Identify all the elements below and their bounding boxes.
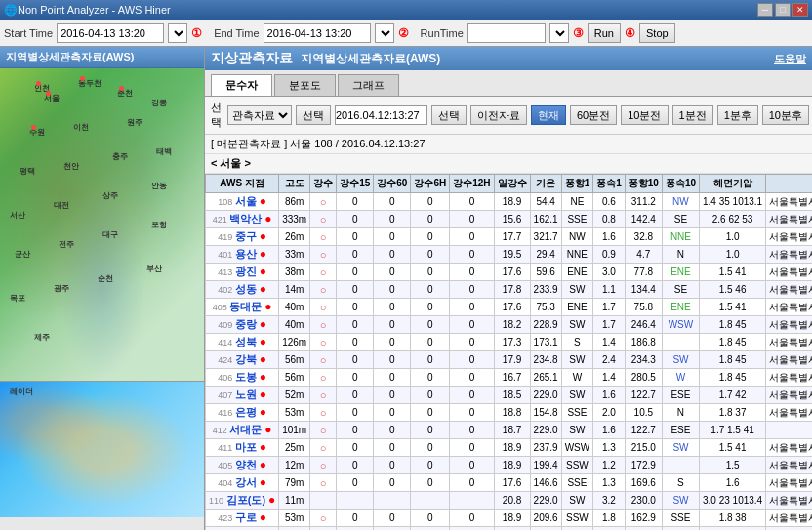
help-button[interactable]: 도움말 bbox=[774, 52, 806, 66]
radar-map[interactable]: 레이더 bbox=[0, 381, 205, 517]
cell-r6h: 0 bbox=[411, 316, 450, 334]
cell-ws1: 1.6 bbox=[593, 422, 626, 439]
cell-wd10: 215.0 bbox=[625, 439, 662, 457]
cell-ws1: 1.6 bbox=[593, 387, 626, 404]
cell-temp: 154.8 bbox=[530, 527, 561, 531]
cell-ws10: SSE bbox=[662, 510, 699, 527]
cell-wd10: 186.8 bbox=[625, 334, 662, 351]
cell-msl: 1.8 45 bbox=[700, 369, 766, 387]
cell-rain: ○ bbox=[310, 193, 337, 211]
data-type-select[interactable]: 관측자료 bbox=[227, 105, 292, 125]
cell-r15 bbox=[337, 492, 374, 510]
run-button[interactable]: Run bbox=[588, 23, 621, 43]
tab-graph[interactable]: 그래프 bbox=[338, 74, 399, 96]
table-row[interactable]: 414 성북 ●126m○000017.3173.1S1.4186.81.8 4… bbox=[206, 334, 813, 351]
table-container[interactable]: AWS 지점 고도 강수 강수15 강수60 강수6H 강수12H 일강수 기온… bbox=[205, 174, 812, 530]
table-row[interactable]: 412 서대문 ●101m○000018.7229.0SW1.6122.7ESE… bbox=[206, 422, 813, 439]
cell-wd1: SSE bbox=[561, 474, 593, 492]
minimize-button[interactable]: ─ bbox=[757, 3, 773, 17]
cell-ws1: 1.1 bbox=[593, 281, 626, 299]
cell-r15: 0 bbox=[337, 422, 374, 439]
table-row[interactable]: 401 용산 ●33m○000019.529.4NNE0.94.7N1.0서울특… bbox=[206, 246, 813, 264]
min10-forward-button[interactable]: 10분후 bbox=[762, 105, 809, 125]
table-row[interactable]: 417 금천 ●21m○000019.5154.8SSE0.877.4SSE0.… bbox=[206, 527, 813, 531]
cell-rain: ○ bbox=[310, 228, 337, 246]
cell-temp: 154.8 bbox=[530, 404, 561, 422]
cell-r6h: 0 bbox=[411, 246, 450, 264]
cell-daily: 16.7 bbox=[494, 369, 530, 387]
table-row[interactable]: 411 마포 ●25m○000018.9237.9WSW1.3215.0SW1.… bbox=[206, 439, 813, 457]
table-row[interactable]: 402 성동 ●14m○000017.8233.9SW1.1134.4SE1.5… bbox=[206, 281, 813, 299]
cell-location: 서울특별시 강북구 수유동 bbox=[766, 351, 812, 369]
cell-wd1: ENE bbox=[561, 299, 593, 316]
table-row[interactable]: 110 김포(도) ●11m20.8229.0SW3.2230.0SW3.0 2… bbox=[206, 492, 813, 510]
cell-aws-id: 423 구로 ● bbox=[206, 510, 279, 527]
section-header: 지역별상세관측자료(AWS) bbox=[0, 47, 204, 68]
min1-back-button[interactable]: 1분전 bbox=[672, 105, 713, 125]
cell-wd1: SW bbox=[561, 351, 593, 369]
min1-forward-button[interactable]: 1분후 bbox=[717, 105, 758, 125]
korea-map[interactable]: 서울 인천 동두천 춘천 수원 이천 원주 강릉 평택 천안 충주 태백 서산 … bbox=[0, 68, 205, 381]
table-row[interactable]: 406 도봉 ●56m○000016.7265.1W1.4280.5W1.8 4… bbox=[206, 369, 813, 387]
table-row[interactable]: 424 강북 ●56m○000017.9234.8SW2.4234.3SW1.8… bbox=[206, 351, 813, 369]
cell-r6h: 0 bbox=[411, 299, 450, 316]
cell-msl: 1.7 1.5 41 bbox=[700, 422, 766, 439]
cell-r60: 0 bbox=[374, 193, 411, 211]
panel-header: 지상관측자료 지역별상세관측자료(AWS) 도움말 bbox=[205, 47, 812, 70]
map-dot-dongducheon bbox=[80, 76, 85, 81]
cell-location: 서울특별시 성동구 문구 전농동 bbox=[766, 299, 812, 316]
map-dot-incheon bbox=[36, 81, 41, 86]
title-bar-icon: 🌐 bbox=[4, 4, 18, 17]
min10-back-button[interactable]: 10분전 bbox=[621, 105, 668, 125]
tab-bunpo[interactable]: 분포도 bbox=[274, 74, 336, 96]
cell-r6h: 0 bbox=[411, 228, 450, 246]
select-button1[interactable]: 선택 bbox=[296, 105, 331, 125]
table-row[interactable]: 405 양천 ●12m○000018.9199.4SSW1.2172.91.5서… bbox=[206, 457, 813, 474]
tab-munsuza[interactable]: 문수자 bbox=[211, 74, 272, 96]
cell-aws-id: 414 성북 ● bbox=[206, 334, 279, 351]
cell-ws1: 1.4 bbox=[593, 334, 626, 351]
start-time-select[interactable] bbox=[168, 23, 187, 43]
table-row[interactable]: 416 은평 ●53m○000018.8154.8SSE2.010.5N1.8 … bbox=[206, 404, 813, 422]
table-row[interactable]: 404 강서 ●79m○000017.6146.6SSE1.3169.6S1.6… bbox=[206, 474, 813, 492]
table-row[interactable]: 421 백악산 ●333m○000015.6162.1SSE0.8142.4SE… bbox=[206, 211, 813, 228]
runtime-select[interactable] bbox=[549, 23, 569, 43]
cell-rain: ○ bbox=[310, 387, 337, 404]
cell-temp: 209.6 bbox=[530, 510, 561, 527]
table-row[interactable]: 108 서울 ●86m○000018.954.4NE0.6311.2NW1.4 … bbox=[206, 193, 813, 211]
end-time-input[interactable] bbox=[264, 23, 371, 43]
select-button2[interactable]: 선택 bbox=[431, 105, 467, 125]
cell-r6h: 0 bbox=[411, 264, 450, 281]
cell-daily: 19.5 bbox=[494, 246, 530, 264]
table-row[interactable]: 423 구로 ●53m○000018.9209.6SSW1.8162.9SSE1… bbox=[206, 510, 813, 527]
right-panel: 지상관측자료 지역별상세관측자료(AWS) 도움말 문수자 분포도 그래프 선택… bbox=[205, 47, 812, 530]
cell-ws10: SSE bbox=[662, 527, 699, 531]
cell-ws1: 1.7 bbox=[593, 299, 626, 316]
current-button[interactable]: 현재 bbox=[531, 105, 566, 125]
cell-ws1: 2.4 bbox=[593, 351, 626, 369]
cell-ws10: NNE bbox=[662, 228, 699, 246]
cell-ws1: 3.0 bbox=[593, 264, 626, 281]
stop-button[interactable]: Stop bbox=[639, 23, 675, 43]
close-button[interactable]: ✕ bbox=[792, 3, 808, 17]
cell-alt: 86m bbox=[279, 193, 310, 211]
cell-location: 서울특별시 용산구 이태원동 bbox=[766, 246, 812, 264]
cell-alt: 40m bbox=[279, 299, 310, 316]
runtime-input[interactable] bbox=[467, 23, 546, 43]
cell-ws1: 1.6 bbox=[593, 228, 626, 246]
start-time-input[interactable] bbox=[57, 23, 164, 43]
table-row[interactable]: 409 중랑 ●40m○000018.2228.9SW1.7246.4WSW1.… bbox=[206, 316, 813, 334]
cell-msl: 1.5 bbox=[700, 457, 766, 474]
date-input[interactable] bbox=[335, 105, 427, 125]
end-time-select[interactable] bbox=[375, 23, 394, 43]
cell-aws-id: 421 백악산 ● bbox=[206, 211, 279, 228]
cell-r15: 0 bbox=[337, 404, 374, 422]
table-row[interactable]: 413 광진 ●38m○000017.659.6ENE3.077.8ENE1.5… bbox=[206, 264, 813, 281]
cell-temp: 199.4 bbox=[530, 457, 561, 474]
table-row[interactable]: 407 노원 ●52m○000018.5229.0SW1.6122.7ESE1.… bbox=[206, 387, 813, 404]
prev-data-button[interactable]: 이전자료 bbox=[470, 105, 527, 125]
table-row[interactable]: 408 동대문 ●40m○000017.675.3ENE1.775.8ENE1.… bbox=[206, 299, 813, 316]
maximize-button[interactable]: □ bbox=[775, 3, 791, 17]
min60-back-button[interactable]: 60분전 bbox=[570, 105, 617, 125]
table-row[interactable]: 419 중구 ●26m○000017.7321.7NW1.632.8NNE1.0… bbox=[206, 228, 813, 246]
